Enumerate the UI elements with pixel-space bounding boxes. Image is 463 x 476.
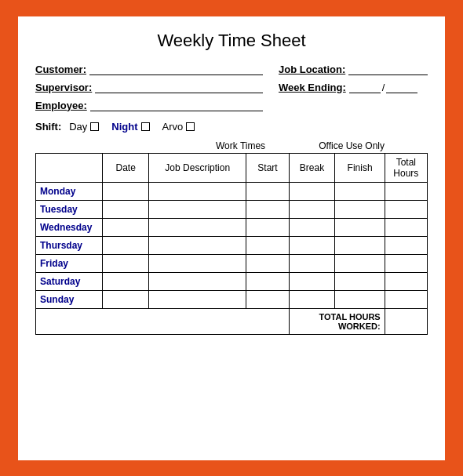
jobdesc-wednesday[interactable] [149, 218, 246, 236]
shift-option-night: Night [111, 121, 149, 133]
form-left: Customer: Supervisor: Employee: [35, 64, 279, 118]
jobdesc-friday[interactable] [149, 254, 246, 272]
table-row: Saturday [36, 272, 428, 290]
week-ending-label: Week Ending: [279, 82, 346, 93]
finish-friday[interactable] [335, 254, 385, 272]
break-sunday[interactable] [289, 290, 335, 308]
shift-day-label: Day [69, 121, 87, 133]
start-friday[interactable] [246, 254, 289, 272]
shift-night-checkbox[interactable] [141, 122, 150, 131]
day-sunday: Sunday [36, 290, 103, 308]
employee-input[interactable] [90, 100, 263, 111]
date-wednesday[interactable] [103, 218, 149, 236]
start-tuesday[interactable] [246, 200, 289, 218]
shift-option-day: Day [69, 121, 99, 133]
week-ending-from-input[interactable] [349, 82, 381, 93]
office-use-header: Office Use Only [319, 140, 385, 151]
supervisor-input[interactable] [95, 82, 263, 93]
day-friday: Friday [36, 254, 103, 272]
finish-monday[interactable] [335, 182, 385, 200]
jobdesc-thursday[interactable] [149, 236, 246, 254]
work-times-header: Work Times [216, 140, 265, 151]
form-right: Job Location: Week Ending: / [279, 64, 428, 118]
total-hours-row: TOTAL HOURS WORKED: [36, 308, 428, 334]
jobdesc-tuesday[interactable] [149, 200, 246, 218]
table-row: Sunday [36, 290, 428, 308]
start-thursday[interactable] [246, 236, 289, 254]
jobdesc-sunday[interactable] [149, 290, 246, 308]
finish-sunday[interactable] [335, 290, 385, 308]
total-monday[interactable] [385, 182, 427, 200]
table-row: Tuesday [36, 200, 428, 218]
shift-option-arvo: Arvo [162, 121, 195, 133]
total-hours-value[interactable] [385, 308, 427, 334]
total-tuesday[interactable] [385, 200, 427, 218]
supervisor-label: Supervisor: [35, 82, 92, 93]
total-thursday[interactable] [385, 236, 427, 254]
header-date: Date [103, 153, 149, 182]
total-saturday[interactable] [385, 272, 427, 290]
date-friday[interactable] [103, 254, 149, 272]
day-thursday: Thursday [36, 236, 103, 254]
jobdesc-monday[interactable] [149, 182, 246, 200]
start-monday[interactable] [246, 182, 289, 200]
page-title: Weekly Time Sheet [35, 31, 428, 51]
jobdesc-saturday[interactable] [149, 272, 246, 290]
day-saturday: Saturday [36, 272, 103, 290]
total-empty-left [36, 308, 290, 334]
day-wednesday: Wednesday [36, 218, 103, 236]
column-group-labels: Work Times Office Use Only [35, 140, 428, 151]
week-ending-separator: / [382, 82, 385, 93]
date-tuesday[interactable] [103, 200, 149, 218]
timesheet-table: Date Job Description Start Break Finish … [35, 153, 428, 335]
weekly-timesheet: Weekly Time Sheet Customer: Supervisor: … [16, 15, 447, 462]
break-saturday[interactable] [289, 272, 335, 290]
header-job-description: Job Description [149, 153, 246, 182]
break-friday[interactable] [289, 254, 335, 272]
header-break: Break [289, 153, 335, 182]
employee-label: Employee: [35, 100, 87, 111]
shift-row: Shift: Day Night Arvo [35, 121, 428, 133]
start-saturday[interactable] [246, 272, 289, 290]
job-location-input[interactable] [348, 64, 428, 75]
table-row: Thursday [36, 236, 428, 254]
break-monday[interactable] [289, 182, 335, 200]
form-section: Customer: Supervisor: Employee: Job Loca… [35, 64, 428, 118]
header-finish: Finish [335, 153, 385, 182]
employee-row: Employee: [35, 100, 263, 111]
finish-thursday[interactable] [335, 236, 385, 254]
table-row: Wednesday [36, 218, 428, 236]
break-wednesday[interactable] [289, 218, 335, 236]
day-tuesday: Tuesday [36, 200, 103, 218]
date-thursday[interactable] [103, 236, 149, 254]
shift-arvo-checkbox[interactable] [186, 122, 195, 131]
header-total-hours: TotalHours [385, 153, 427, 182]
break-tuesday[interactable] [289, 200, 335, 218]
job-location-label: Job Location: [279, 64, 345, 75]
total-hours-label: TOTAL HOURS WORKED: [289, 308, 385, 334]
date-monday[interactable] [103, 182, 149, 200]
total-friday[interactable] [385, 254, 427, 272]
shift-day-checkbox[interactable] [90, 122, 99, 131]
customer-label: Customer: [35, 64, 86, 75]
total-wednesday[interactable] [385, 218, 427, 236]
table-header-row: Date Job Description Start Break Finish … [36, 153, 428, 182]
header-day [36, 153, 103, 182]
customer-row: Customer: [35, 64, 263, 75]
shift-label: Shift: [35, 121, 61, 133]
week-ending-to-input[interactable] [386, 82, 417, 93]
job-location-row: Job Location: [279, 64, 428, 75]
table-row: Monday [36, 182, 428, 200]
date-saturday[interactable] [103, 272, 149, 290]
finish-wednesday[interactable] [335, 218, 385, 236]
start-sunday[interactable] [246, 290, 289, 308]
finish-tuesday[interactable] [335, 200, 385, 218]
total-sunday[interactable] [385, 290, 427, 308]
break-thursday[interactable] [289, 236, 335, 254]
start-wednesday[interactable] [246, 218, 289, 236]
finish-saturday[interactable] [335, 272, 385, 290]
shift-arvo-label: Arvo [162, 121, 184, 133]
customer-input[interactable] [89, 64, 263, 75]
date-sunday[interactable] [103, 290, 149, 308]
week-ending-row: Week Ending: / [279, 82, 428, 93]
